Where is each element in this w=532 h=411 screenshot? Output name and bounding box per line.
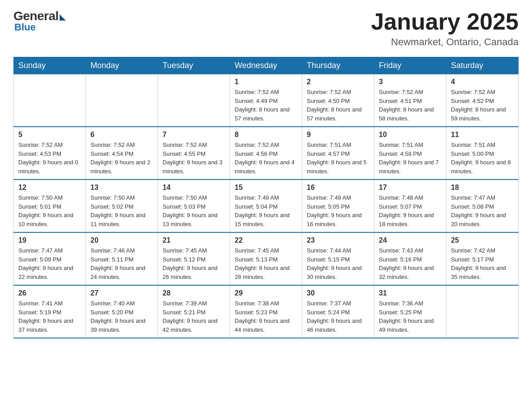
calendar-day-cell (446, 285, 519, 338)
day-number: 28 (163, 289, 225, 297)
calendar-day-cell: 5Sunrise: 7:52 AM Sunset: 4:53 PM Daylig… (14, 127, 86, 180)
day-info: Sunrise: 7:38 AM Sunset: 5:23 PM Dayligh… (235, 299, 297, 334)
day-of-week-header: Friday (374, 57, 446, 74)
calendar-day-cell (14, 74, 86, 127)
calendar-week-row: 5Sunrise: 7:52 AM Sunset: 4:53 PM Daylig… (14, 127, 519, 180)
logo: General Blue (13, 9, 66, 33)
day-number: 11 (451, 131, 514, 139)
calendar-day-cell (158, 74, 230, 127)
day-info: Sunrise: 7:50 AM Sunset: 5:03 PM Dayligh… (163, 193, 225, 228)
day-info: Sunrise: 7:46 AM Sunset: 5:11 PM Dayligh… (90, 246, 153, 281)
day-info: Sunrise: 7:42 AM Sunset: 5:17 PM Dayligh… (451, 246, 514, 281)
day-info: Sunrise: 7:51 AM Sunset: 5:00 PM Dayligh… (451, 141, 514, 176)
calendar-body: 1Sunrise: 7:52 AM Sunset: 4:49 PM Daylig… (14, 74, 519, 338)
calendar-day-cell: 15Sunrise: 7:49 AM Sunset: 5:04 PM Dayli… (230, 180, 302, 232)
day-info: Sunrise: 7:36 AM Sunset: 5:25 PM Dayligh… (379, 299, 442, 334)
day-number: 13 (90, 184, 153, 192)
calendar-day-cell: 7Sunrise: 7:52 AM Sunset: 4:55 PM Daylig… (158, 127, 230, 180)
day-number: 3 (379, 78, 442, 86)
day-info: Sunrise: 7:51 AM Sunset: 4:57 PM Dayligh… (307, 141, 369, 176)
day-number: 24 (379, 236, 442, 244)
day-number: 16 (307, 184, 369, 192)
day-info: Sunrise: 7:52 AM Sunset: 4:54 PM Dayligh… (90, 141, 153, 176)
calendar-day-cell: 18Sunrise: 7:47 AM Sunset: 5:08 PM Dayli… (446, 180, 519, 232)
calendar-day-cell: 22Sunrise: 7:45 AM Sunset: 5:13 PM Dayli… (230, 232, 302, 285)
calendar-day-cell: 2Sunrise: 7:52 AM Sunset: 4:50 PM Daylig… (302, 74, 374, 127)
day-info: Sunrise: 7:43 AM Sunset: 5:16 PM Dayligh… (379, 246, 442, 281)
day-info: Sunrise: 7:45 AM Sunset: 5:12 PM Dayligh… (163, 246, 225, 281)
day-number: 10 (379, 131, 442, 139)
calendar-day-cell: 30Sunrise: 7:37 AM Sunset: 5:24 PM Dayli… (302, 285, 374, 338)
calendar-header: SundayMondayTuesdayWednesdayThursdayFrid… (14, 57, 519, 74)
calendar-day-cell: 27Sunrise: 7:40 AM Sunset: 5:20 PM Dayli… (86, 285, 158, 338)
day-number: 6 (90, 131, 153, 139)
day-number: 29 (235, 289, 297, 297)
day-number: 18 (451, 184, 514, 192)
calendar-day-cell: 1Sunrise: 7:52 AM Sunset: 4:49 PM Daylig… (230, 74, 302, 127)
day-info: Sunrise: 7:50 AM Sunset: 5:01 PM Dayligh… (18, 193, 81, 228)
day-of-week-header: Saturday (446, 57, 519, 74)
day-of-week-header: Tuesday (158, 57, 230, 74)
day-number: 7 (163, 131, 225, 139)
day-number: 15 (235, 184, 297, 192)
calendar-day-cell: 20Sunrise: 7:46 AM Sunset: 5:11 PM Dayli… (86, 232, 158, 285)
day-number: 31 (379, 289, 442, 297)
day-info: Sunrise: 7:40 AM Sunset: 5:20 PM Dayligh… (90, 299, 153, 334)
logo-blue-text: Blue (13, 21, 36, 33)
calendar-day-cell: 10Sunrise: 7:51 AM Sunset: 4:58 PM Dayli… (374, 127, 446, 180)
calendar-week-row: 26Sunrise: 7:41 AM Sunset: 5:19 PM Dayli… (14, 285, 519, 338)
calendar-day-cell: 11Sunrise: 7:51 AM Sunset: 5:00 PM Dayli… (446, 127, 519, 180)
day-info: Sunrise: 7:47 AM Sunset: 5:09 PM Dayligh… (18, 246, 81, 281)
page-header: General Blue January 2025 Newmarket, Ont… (13, 9, 519, 48)
day-number: 30 (307, 289, 369, 297)
calendar-day-cell: 25Sunrise: 7:42 AM Sunset: 5:17 PM Dayli… (446, 232, 519, 285)
day-info: Sunrise: 7:49 AM Sunset: 5:04 PM Dayligh… (235, 193, 297, 228)
day-info: Sunrise: 7:52 AM Sunset: 4:55 PM Dayligh… (163, 141, 225, 176)
location-title: Newmarket, Ontario, Canada (371, 36, 519, 48)
day-info: Sunrise: 7:52 AM Sunset: 4:50 PM Dayligh… (307, 88, 369, 123)
day-info: Sunrise: 7:51 AM Sunset: 4:58 PM Dayligh… (379, 141, 442, 176)
calendar-week-row: 19Sunrise: 7:47 AM Sunset: 5:09 PM Dayli… (14, 232, 519, 285)
day-info: Sunrise: 7:49 AM Sunset: 5:05 PM Dayligh… (307, 193, 369, 228)
day-info: Sunrise: 7:48 AM Sunset: 5:07 PM Dayligh… (379, 193, 442, 228)
calendar-day-cell: 3Sunrise: 7:52 AM Sunset: 4:51 PM Daylig… (374, 74, 446, 127)
calendar-day-cell: 16Sunrise: 7:49 AM Sunset: 5:05 PM Dayli… (302, 180, 374, 232)
day-number: 8 (235, 131, 297, 139)
calendar-day-cell: 4Sunrise: 7:52 AM Sunset: 4:52 PM Daylig… (446, 74, 519, 127)
calendar-day-cell: 28Sunrise: 7:39 AM Sunset: 5:21 PM Dayli… (158, 285, 230, 338)
calendar-day-cell (86, 74, 158, 127)
day-info: Sunrise: 7:52 AM Sunset: 4:49 PM Dayligh… (235, 88, 297, 123)
month-title: January 2025 (371, 9, 519, 34)
days-of-week-row: SundayMondayTuesdayWednesdayThursdayFrid… (14, 57, 519, 74)
day-number: 1 (235, 78, 297, 86)
day-number: 27 (90, 289, 153, 297)
day-number: 20 (90, 236, 153, 244)
calendar-day-cell: 6Sunrise: 7:52 AM Sunset: 4:54 PM Daylig… (86, 127, 158, 180)
day-info: Sunrise: 7:52 AM Sunset: 4:51 PM Dayligh… (379, 88, 442, 123)
calendar-week-row: 12Sunrise: 7:50 AM Sunset: 5:01 PM Dayli… (14, 180, 519, 232)
day-info: Sunrise: 7:44 AM Sunset: 5:15 PM Dayligh… (307, 246, 369, 281)
calendar-day-cell: 8Sunrise: 7:52 AM Sunset: 4:56 PM Daylig… (230, 127, 302, 180)
calendar-week-row: 1Sunrise: 7:52 AM Sunset: 4:49 PM Daylig… (14, 74, 519, 127)
day-info: Sunrise: 7:52 AM Sunset: 4:53 PM Dayligh… (18, 141, 81, 176)
calendar-day-cell: 9Sunrise: 7:51 AM Sunset: 4:57 PM Daylig… (302, 127, 374, 180)
calendar-day-cell: 12Sunrise: 7:50 AM Sunset: 5:01 PM Dayli… (14, 180, 86, 232)
calendar-table: SundayMondayTuesdayWednesdayThursdayFrid… (13, 57, 519, 338)
day-number: 17 (379, 184, 442, 192)
day-of-week-header: Wednesday (230, 57, 302, 74)
calendar-day-cell: 19Sunrise: 7:47 AM Sunset: 5:09 PM Dayli… (14, 232, 86, 285)
calendar-day-cell: 17Sunrise: 7:48 AM Sunset: 5:07 PM Dayli… (374, 180, 446, 232)
day-number: 23 (307, 236, 369, 244)
day-of-week-header: Monday (86, 57, 158, 74)
day-number: 4 (451, 78, 514, 86)
day-info: Sunrise: 7:47 AM Sunset: 5:08 PM Dayligh… (451, 193, 514, 228)
calendar-day-cell: 21Sunrise: 7:45 AM Sunset: 5:12 PM Dayli… (158, 232, 230, 285)
day-info: Sunrise: 7:50 AM Sunset: 5:02 PM Dayligh… (90, 193, 153, 228)
day-info: Sunrise: 7:45 AM Sunset: 5:13 PM Dayligh… (235, 246, 297, 281)
calendar-day-cell: 24Sunrise: 7:43 AM Sunset: 5:16 PM Dayli… (374, 232, 446, 285)
title-block: January 2025 Newmarket, Ontario, Canada (371, 9, 519, 48)
calendar-day-cell: 23Sunrise: 7:44 AM Sunset: 5:15 PM Dayli… (302, 232, 374, 285)
calendar-day-cell: 26Sunrise: 7:41 AM Sunset: 5:19 PM Dayli… (14, 285, 86, 338)
day-info: Sunrise: 7:41 AM Sunset: 5:19 PM Dayligh… (18, 299, 81, 334)
day-of-week-header: Thursday (302, 57, 374, 74)
